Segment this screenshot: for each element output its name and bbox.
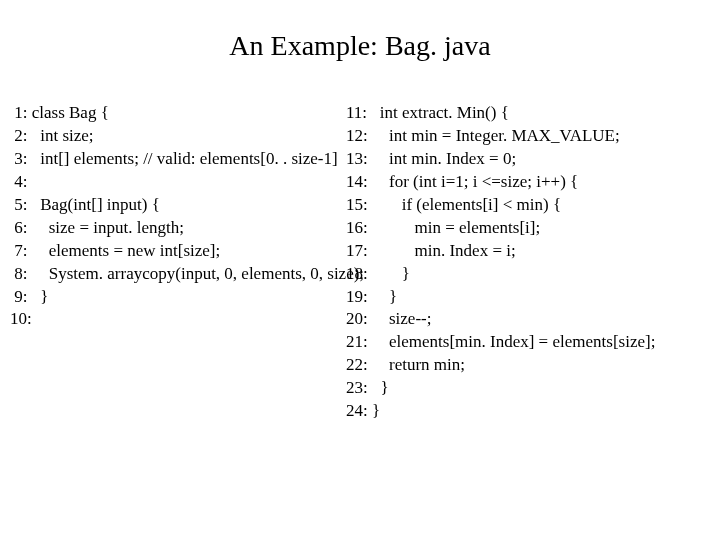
code-left-column: 1: class Bag { 2: int size; 3: int[] ele… (10, 102, 346, 423)
code-columns: 1: class Bag { 2: int size; 3: int[] ele… (0, 102, 720, 423)
code-line: 12: int min = Integer. MAX_VALUE; (346, 125, 710, 148)
code-line: 7: elements = new int[size]; (10, 240, 346, 263)
code-line: 8: System. arraycopy(input, 0, elements,… (10, 263, 346, 286)
code-line: 3: int[] elements; // valid: elements[0.… (10, 148, 346, 171)
code-line: 19: } (346, 286, 710, 309)
code-line: 24: } (346, 400, 710, 423)
code-line: 5: Bag(int[] input) { (10, 194, 346, 217)
code-line: 4: (10, 171, 346, 194)
code-line: 21: elements[min. Index] = elements[size… (346, 331, 710, 354)
code-line: 20: size--; (346, 308, 710, 331)
code-right-column: 11: int extract. Min() { 12: int min = I… (346, 102, 710, 423)
code-line: 1: class Bag { (10, 102, 346, 125)
code-line: 15: if (elements[i] < min) { (346, 194, 710, 217)
code-line: 16: min = elements[i]; (346, 217, 710, 240)
code-line: 11: int extract. Min() { (346, 102, 710, 125)
page-title: An Example: Bag. java (0, 30, 720, 62)
code-line: 22: return min; (346, 354, 710, 377)
code-line: 13: int min. Index = 0; (346, 148, 710, 171)
code-line: 17: min. Index = i; (346, 240, 710, 263)
code-line: 18: } (346, 263, 710, 286)
code-line: 6: size = input. length; (10, 217, 346, 240)
code-line: 10: (10, 308, 346, 331)
code-line: 14: for (int i=1; i <=size; i++) { (346, 171, 710, 194)
code-line: 9: } (10, 286, 346, 309)
code-line: 2: int size; (10, 125, 346, 148)
code-line: 23: } (346, 377, 710, 400)
